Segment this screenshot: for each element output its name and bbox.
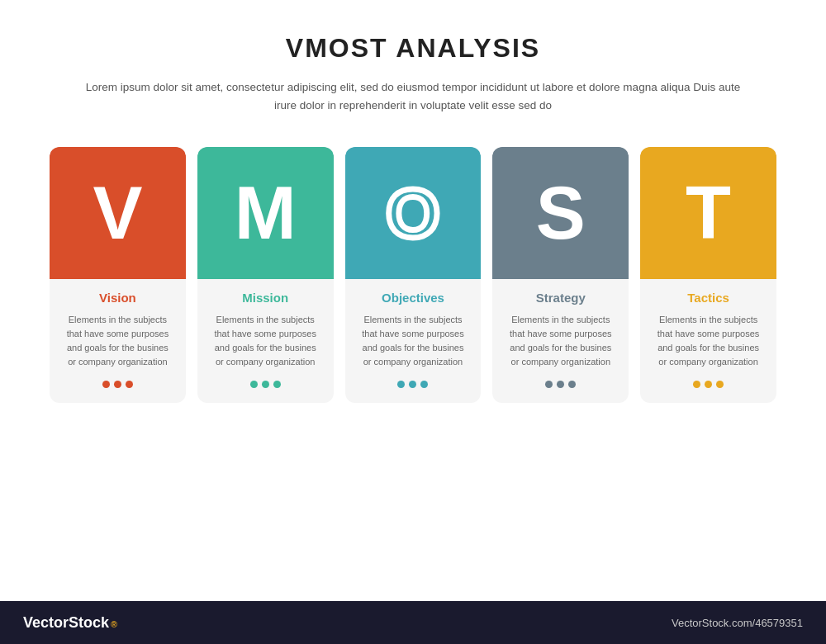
card-s: SStrategyElements in the subjects that h… — [492, 147, 629, 403]
footer-brand-area: VectorStock ® — [23, 614, 117, 632]
page-subtitle: Lorem ipsum dolor sit amet, consectetur … — [74, 78, 752, 114]
card-letter-t: T — [686, 176, 731, 250]
dot-indicator — [693, 381, 700, 388]
card-bottom-o: ObjectivesElements in the subjects that … — [345, 279, 482, 403]
dot-indicator — [705, 381, 712, 388]
dot-indicator — [250, 381, 258, 388]
card-dots-s — [545, 381, 576, 388]
dot-indicator — [397, 381, 405, 388]
page-title: VMOST ANALYSIS — [286, 33, 540, 64]
card-dots-o — [397, 381, 428, 388]
card-desc-o: Elements in the subjects that have some … — [358, 313, 468, 369]
dot-indicator — [126, 381, 133, 388]
card-bottom-s: StrategyElements in the subjects that ha… — [492, 279, 629, 403]
card-letter-m: M — [235, 176, 297, 250]
footer: VectorStock ® VectorStock.com/46579351 — [0, 601, 826, 644]
dot-indicator — [568, 381, 576, 388]
card-dots-v — [102, 381, 133, 388]
card-top-m: M — [197, 147, 334, 279]
card-top-t: T — [640, 147, 776, 279]
dot-indicator — [273, 381, 281, 388]
cards-container: VVisionElements in the subjects that hav… — [50, 147, 776, 403]
card-bottom-t: TacticsElements in the subjects that hav… — [640, 279, 776, 403]
card-dots-m — [250, 381, 281, 388]
card-dots-t — [693, 381, 724, 388]
card-top-v: V — [50, 147, 186, 279]
card-top-o: O — [345, 147, 482, 279]
dot-indicator — [545, 381, 553, 388]
card-desc-t: Elements in the subjects that have some … — [653, 313, 763, 369]
card-m: MMissionElements in the subjects that ha… — [197, 147, 334, 403]
card-title-t: Tactics — [687, 291, 729, 305]
card-bottom-v: VisionElements in the subjects that have… — [50, 279, 186, 403]
dot-indicator — [262, 381, 269, 388]
card-letter-o: O — [386, 178, 439, 248]
card-bottom-m: MissionElements in the subjects that hav… — [197, 279, 334, 403]
card-title-o: Objectives — [382, 291, 444, 305]
footer-url: VectorStock.com/46579351 — [672, 617, 803, 629]
card-v: VVisionElements in the subjects that hav… — [50, 147, 186, 403]
footer-reg-symbol: ® — [111, 619, 117, 629]
dot-indicator — [409, 381, 416, 388]
dot-indicator — [716, 381, 724, 388]
card-desc-v: Elements in the subjects that have some … — [63, 313, 173, 369]
card-title-v: Vision — [99, 291, 136, 305]
dot-indicator — [102, 381, 110, 388]
main-content: VMOST ANALYSIS Lorem ipsum dolor sit ame… — [0, 0, 826, 601]
dot-indicator — [557, 381, 564, 388]
card-desc-m: Elements in the subjects that have some … — [211, 313, 320, 369]
card-letter-v: V — [93, 176, 142, 250]
card-top-s: S — [492, 147, 629, 279]
card-title-s: Strategy — [536, 291, 586, 305]
card-letter-s: S — [536, 176, 586, 250]
dot-indicator — [420, 381, 428, 388]
card-o: OObjectivesElements in the subjects that… — [345, 147, 482, 403]
card-t: TTacticsElements in the subjects that ha… — [640, 147, 776, 403]
card-desc-s: Elements in the subjects that have some … — [506, 313, 615, 369]
card-title-m: Mission — [242, 291, 288, 305]
footer-brand-name: VectorStock — [23, 614, 109, 632]
dot-indicator — [114, 381, 121, 388]
